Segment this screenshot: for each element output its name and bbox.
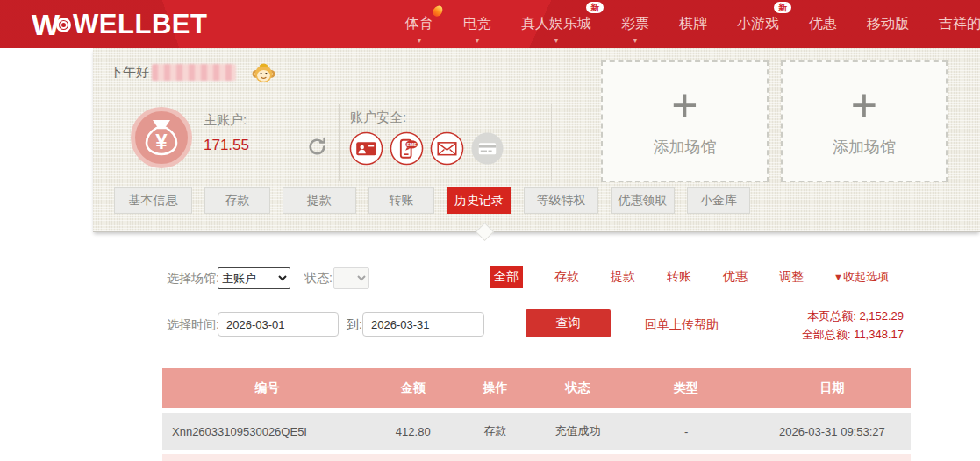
tab-deposit[interactable]: 存款: [204, 187, 270, 214]
tab-withdraw[interactable]: 提款: [283, 187, 356, 214]
row-status: 充值成功: [536, 423, 619, 439]
time-filter-label: 选择时间:: [167, 317, 219, 333]
main-account-label: 主账户:: [204, 112, 249, 129]
collapse-options-link[interactable]: ▼收起选项: [833, 269, 889, 285]
nav-label: 棋牌: [679, 15, 707, 33]
nav-item-sports[interactable]: 体育 ▼: [405, 0, 433, 48]
mail-icon[interactable]: [430, 131, 464, 166]
nav-label: 体育: [405, 15, 433, 33]
row-id: Xnn26033109530026QE5I: [162, 425, 372, 438]
nav-item-esports[interactable]: 电竞 ▼: [463, 0, 491, 48]
date-to-input[interactable]: [362, 312, 484, 337]
nav-label: 小游戏: [737, 15, 779, 33]
history-type-tabs: 全部 存款 提款 转账 优惠 调整: [490, 266, 804, 288]
header-id: 编号: [162, 380, 372, 396]
page-total-label: 本页总额:: [807, 309, 856, 323]
table-header-row: 编号 金额 操作 状态 类型 日期: [162, 368, 911, 408]
totals-block: 本页总额: 2,152.29 全部总额: 11,348.17: [802, 307, 904, 344]
history-table: 编号 金额 操作 状态 类型 日期 Xnn26033109530026QE5I …: [162, 368, 911, 450]
new-badge: 新: [586, 2, 604, 13]
chevron-down-icon: ▼: [416, 38, 423, 45]
new-badge: 新: [774, 2, 791, 13]
plus-icon: +: [671, 86, 697, 124]
type-tab-adjust[interactable]: 调整: [779, 269, 804, 285]
divider: [339, 104, 340, 181]
nav-item-lottery[interactable]: 彩票 ▼: [621, 0, 649, 48]
logo-w-mark: W: [32, 8, 73, 42]
triangle-down-icon: ▼: [833, 272, 843, 282]
header-type: 类型: [619, 380, 754, 396]
page: W WELLBET 体育 ▼ 电竞 ▼ 真人娱乐城 新 ▼ 彩票 ▼: [0, 0, 980, 461]
add-venue-label: 添加场馆: [654, 137, 717, 158]
header-date: 日期: [754, 380, 911, 396]
next-row-partial: [162, 454, 911, 461]
add-venue-button[interactable]: + 添加场馆: [601, 60, 769, 182]
tab-promo-claim[interactable]: 优惠领取: [611, 187, 675, 214]
divider: [551, 104, 552, 181]
plus-icon: +: [851, 86, 877, 124]
panel-notch: [476, 223, 494, 241]
nav-label: 吉祥的: [939, 15, 980, 33]
type-tab-withdraw[interactable]: 提款: [611, 269, 635, 285]
row-date: 2026-03-31 09:53:27: [754, 425, 911, 438]
search-button[interactable]: 查询: [526, 309, 611, 337]
nav-label: 真人娱乐城: [521, 15, 591, 33]
phone-sms-icon[interactable]: SMS: [390, 131, 424, 166]
balance-value: 171.55: [204, 137, 249, 154]
row-type: -: [619, 425, 754, 438]
nav-item-live-casino[interactable]: 真人娱乐城 新 ▼: [521, 0, 591, 48]
page-total-value: 2,152.29: [859, 309, 904, 323]
all-total-line: 全部总额: 11,348.17: [802, 325, 904, 344]
tab-transfer[interactable]: 转账: [368, 187, 434, 214]
venue-select[interactable]: 主账户: [218, 267, 290, 289]
tab-vault[interactable]: 小金库: [687, 187, 750, 214]
add-venue-label: 添加场馆: [833, 137, 896, 158]
security-icons-row: SMS: [349, 131, 504, 166]
logo-text: WELLBET: [73, 9, 207, 40]
type-tab-all[interactable]: 全部: [490, 266, 523, 288]
table-row: Xnn26033109530026QE5I 412.80 存款 充值成功 - 2…: [162, 413, 911, 450]
balance-block: 主账户: 171.55: [204, 112, 249, 154]
type-tab-deposit[interactable]: 存款: [554, 269, 579, 285]
username-blurred: [152, 64, 236, 81]
nav-item-promotions[interactable]: 优惠: [809, 0, 837, 48]
add-venue-button[interactable]: + 添加场馆: [781, 60, 948, 182]
refresh-icon[interactable]: [306, 136, 328, 158]
svg-text:SMS: SMS: [407, 142, 418, 147]
nav-item-board-games[interactable]: 棋牌: [679, 0, 707, 48]
greeting-text: 下午好: [110, 64, 149, 81]
status-select[interactable]: [333, 267, 369, 289]
main-nav: 体育 ▼ 电竞 ▼ 真人娱乐城 新 ▼ 彩票 ▼ 棋牌 小游戏 新: [405, 0, 980, 48]
row-amount: 412.80: [372, 425, 454, 438]
all-total-value: 11,348.17: [854, 328, 904, 341]
header-operation: 操作: [454, 380, 537, 396]
logo-spiral-icon: [56, 18, 71, 32]
header-amount: 金额: [372, 380, 454, 396]
receipt-upload-help-link[interactable]: 回单上传帮助: [645, 317, 719, 333]
header-status: 状态: [536, 380, 619, 396]
nav-item-mobile[interactable]: 移动版: [867, 0, 909, 48]
nav-item-mini-games[interactable]: 小游戏 新: [737, 0, 779, 48]
wellbet-logo[interactable]: W WELLBET: [32, 6, 207, 43]
tab-vip-privileges[interactable]: 等级特权: [524, 187, 598, 214]
tab-basic-info[interactable]: 基本信息: [114, 187, 192, 214]
to-label: 到:: [347, 317, 362, 333]
id-card-icon[interactable]: [349, 131, 383, 166]
type-tab-transfer[interactable]: 转账: [667, 269, 691, 285]
money-bag-yen-icon: ¥: [130, 106, 193, 169]
nav-label: 优惠: [809, 15, 837, 33]
chevron-down-icon: ▼: [632, 38, 639, 45]
nav-item-jixiang[interactable]: 吉祥的: [939, 0, 980, 48]
account-security-label: 账户安全:: [350, 110, 406, 126]
tab-history[interactable]: 历史记录: [447, 187, 511, 214]
nav-label: 电竞: [463, 15, 491, 33]
chevron-down-icon: ▼: [553, 38, 560, 45]
venue-filter-label: 选择场馆:: [167, 271, 219, 287]
all-total-label: 全部总额:: [802, 328, 851, 341]
nav-label: 彩票: [621, 15, 649, 33]
account-panel: 下午好 ¥ 主: [93, 48, 980, 232]
type-tab-promo[interactable]: 优惠: [723, 269, 748, 285]
account-tabs: 基本信息 存款 提款 转账 历史记录 等级特权 优惠领取 小金库: [114, 187, 750, 214]
bank-card-icon[interactable]: [470, 131, 504, 166]
date-from-input[interactable]: [218, 312, 339, 337]
